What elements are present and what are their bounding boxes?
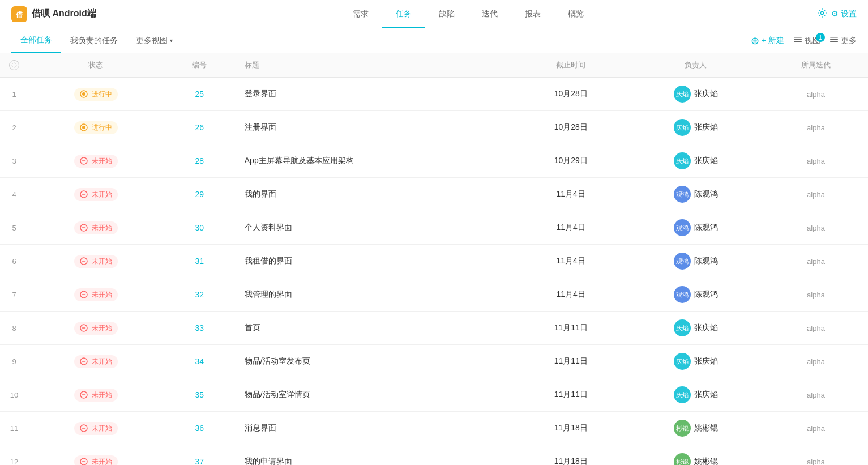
td-status: 未开始 xyxy=(28,378,164,412)
avatar: 观鸿 xyxy=(674,253,691,270)
td-title: 我的界面 xyxy=(236,178,515,211)
sub-tabs: 全部任务 我负责的任务 更多视图 ▾ xyxy=(11,28,182,53)
td-deadline: 11月11日 xyxy=(514,312,627,345)
status-icon xyxy=(80,90,88,98)
td-iteration: alpha xyxy=(764,378,868,412)
td-iteration: alpha xyxy=(764,278,868,312)
status-icon xyxy=(80,257,88,265)
settings-label[interactable]: ⚙ 设置 xyxy=(831,9,857,19)
td-title: 我租借的界面 xyxy=(236,245,515,278)
sub-actions: ⊕ + 新建 视图 1 更多 xyxy=(751,35,857,46)
td-title: 物品/活动室发布页 xyxy=(236,345,515,378)
th-status: 状态 xyxy=(28,53,164,78)
tab-reports[interactable]: 报表 xyxy=(511,0,554,28)
th-title: 标题 xyxy=(236,53,515,78)
td-title: 物品/活动室详情页 xyxy=(236,378,515,412)
view-badge: 1 xyxy=(816,33,825,42)
logo-icon: 借 xyxy=(11,6,27,22)
td-status: 未开始 xyxy=(28,345,164,378)
avatar: 观鸿 xyxy=(674,186,691,203)
td-status: 进行中 xyxy=(28,111,164,144)
td-iteration: alpha xyxy=(764,211,868,245)
td-status: 未开始 xyxy=(28,445,164,466)
td-status: 未开始 xyxy=(28,412,164,445)
td-title: 个人资料界面 xyxy=(236,211,515,245)
tab-overview[interactable]: 概览 xyxy=(554,0,597,28)
tab-iterations[interactable]: 迭代 xyxy=(468,0,511,28)
td-num: 3 xyxy=(0,144,28,178)
status-icon xyxy=(80,123,88,131)
sub-header: 全部任务 我负责的任务 更多视图 ▾ ⊕ + 新建 视图 1 xyxy=(0,28,868,53)
td-iteration: alpha xyxy=(764,345,868,378)
table-row[interactable]: 4 未开始 29 我的界面 11月4日 观鸿 陈观鸿 alpha xyxy=(0,178,868,211)
status-icon xyxy=(80,324,88,332)
table-row[interactable]: 1 进行中 25 登录界面 10月28日 庆焰 张庆焰 alpha xyxy=(0,78,868,111)
th-assignee: 负责人 xyxy=(627,53,764,78)
avatar: 庆焰 xyxy=(674,119,691,136)
status-icon xyxy=(80,190,88,198)
status-icon xyxy=(80,224,88,232)
more-actions-button[interactable]: 更多 xyxy=(829,35,857,46)
td-title: App主屏幕导航及基本应用架构 xyxy=(236,144,515,178)
td-status: 未开始 xyxy=(28,312,164,345)
td-title: 我的申请界面 xyxy=(236,445,515,466)
more-views-label: 更多视图 xyxy=(136,36,168,46)
header: 借 借呗 Android端 需求 任务 缺陷 迭代 报表 概览 ⚙ 设置 xyxy=(0,0,868,28)
table-row[interactable]: 11 未开始 36 消息界面 11月18日 彬锟 姚彬锟 alpha xyxy=(0,412,868,445)
svg-point-9 xyxy=(12,63,16,67)
table-row[interactable]: 7 未开始 32 我管理的界面 11月4日 观鸿 陈观鸿 alpha xyxy=(0,278,868,312)
table-row[interactable]: 3 未开始 28 App主屏幕导航及基本应用架构 10月29日 庆焰 张庆焰 xyxy=(0,144,868,178)
avatar: 彬锟 xyxy=(674,453,691,465)
table-row[interactable]: 6 未开始 31 我租借的界面 11月4日 观鸿 陈观鸿 alpha xyxy=(0,245,868,278)
td-status: 未开始 xyxy=(28,178,164,211)
status-icon xyxy=(80,157,88,165)
td-title: 消息界面 xyxy=(236,412,515,445)
td-num: 9 xyxy=(0,345,28,378)
svg-rect-5 xyxy=(794,41,802,42)
td-assignee: 彬锟 姚彬锟 xyxy=(627,445,764,466)
table-row[interactable]: 9 未开始 34 物品/活动室发布页 11月11日 庆焰 张庆焰 a xyxy=(0,345,868,378)
td-assignee: 观鸿 陈观鸿 xyxy=(627,245,764,278)
tab-bugs[interactable]: 缺陷 xyxy=(425,0,468,28)
td-id: 32 xyxy=(164,278,236,312)
th-check xyxy=(0,53,28,78)
sub-tab-all[interactable]: 全部任务 xyxy=(11,28,61,53)
td-id: 29 xyxy=(164,178,236,211)
table-row[interactable]: 5 未开始 30 个人资料界面 11月4日 观鸿 陈观鸿 alpha xyxy=(0,211,868,245)
avatar: 庆焰 xyxy=(674,386,691,403)
status-icon xyxy=(80,391,88,399)
td-assignee: 观鸿 陈观鸿 xyxy=(627,178,764,211)
svg-rect-8 xyxy=(830,41,838,42)
table-row[interactable]: 2 进行中 26 注册界面 10月28日 庆焰 张庆焰 alpha xyxy=(0,111,868,144)
view-icon xyxy=(793,35,802,46)
view-button[interactable]: 视图 1 xyxy=(793,35,820,46)
table-row[interactable]: 10 未开始 35 物品/活动室详情页 11月11日 庆焰 张庆焰 xyxy=(0,378,868,412)
td-num: 8 xyxy=(0,312,28,345)
th-id: 编号 xyxy=(164,53,236,78)
svg-rect-7 xyxy=(830,39,838,40)
td-iteration: alpha xyxy=(764,412,868,445)
td-id: 28 xyxy=(164,144,236,178)
td-num: 12 xyxy=(0,445,28,466)
td-iteration: alpha xyxy=(764,78,868,111)
avatar: 观鸿 xyxy=(674,219,691,236)
avatar: 观鸿 xyxy=(674,286,691,303)
sub-tab-more-views[interactable]: 更多视图 ▾ xyxy=(127,28,182,53)
svg-point-2 xyxy=(821,12,824,15)
sub-tab-mine[interactable]: 我负责的任务 xyxy=(61,28,127,53)
th-iteration: 所属迭代 xyxy=(764,53,868,78)
tab-tasks[interactable]: 任务 xyxy=(382,0,425,28)
td-deadline: 11月18日 xyxy=(514,412,627,445)
select-all-checkbox[interactable] xyxy=(9,60,19,70)
td-iteration: alpha xyxy=(764,111,868,144)
td-id: 36 xyxy=(164,412,236,445)
td-id: 30 xyxy=(164,211,236,245)
td-num: 7 xyxy=(0,278,28,312)
td-assignee: 庆焰 张庆焰 xyxy=(627,144,764,178)
td-num: 5 xyxy=(0,211,28,245)
tab-requirements[interactable]: 需求 xyxy=(339,0,382,28)
table-row[interactable]: 12 未开始 37 我的申请界面 11月18日 彬锟 姚彬锟 alp xyxy=(0,445,868,466)
td-iteration: alpha xyxy=(764,445,868,466)
table-row[interactable]: 8 未开始 33 首页 11月11日 庆焰 张庆焰 alpha xyxy=(0,312,868,345)
new-button[interactable]: ⊕ + 新建 xyxy=(751,36,784,46)
